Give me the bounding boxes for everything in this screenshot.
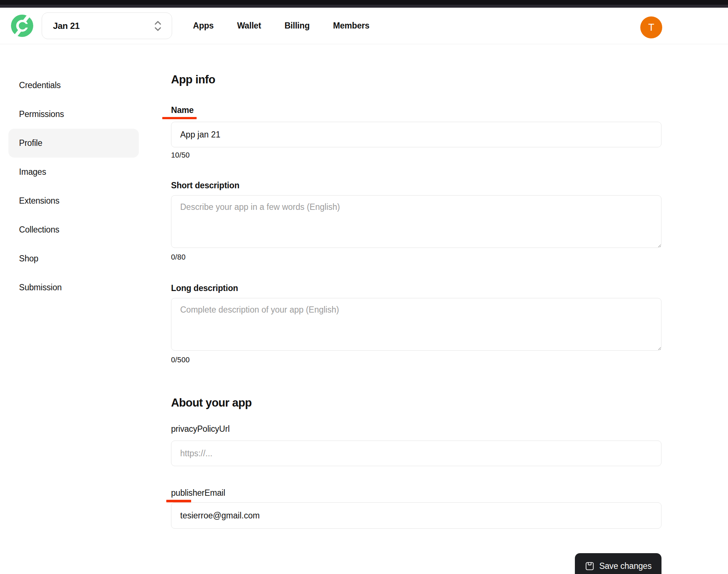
save-floppy-icon (585, 561, 595, 571)
nav-item-members[interactable]: Members (333, 21, 369, 31)
main-content: App info Name 10/50 Short description 0/… (171, 44, 661, 574)
window-top-bar-inner (0, 5, 728, 8)
app-selector-label: Jan 21 (53, 21, 80, 31)
long-description-textarea[interactable] (171, 298, 661, 351)
page-body: Credentials Permissions Profile Images E… (0, 44, 728, 574)
nav-item-wallet[interactable]: Wallet (237, 21, 261, 31)
app-selector-dropdown[interactable]: Jan 21 (42, 12, 172, 39)
privacy-policy-url-input[interactable] (171, 441, 661, 466)
name-red-underline (162, 117, 197, 119)
save-row: Save changes (171, 553, 661, 574)
nav-item-apps[interactable]: Apps (193, 21, 214, 31)
field-long-description: Long description 0/500 (171, 283, 661, 364)
name-label: Name (171, 105, 197, 115)
app-header: Jan 21 Apps Wallet Billing Members T (0, 8, 728, 44)
name-input[interactable] (171, 122, 661, 147)
avatar-initial: T (648, 22, 655, 33)
sidebar-item-images[interactable]: Images (0, 158, 146, 186)
short-description-counter: 0/80 (171, 253, 661, 261)
publisher-email-input[interactable] (171, 502, 661, 529)
section-title-app-info: App info (171, 73, 661, 86)
name-counter: 10/50 (171, 151, 661, 159)
privacy-policy-url-label: privacyPolicyUrl (171, 424, 661, 434)
top-navigation: Apps Wallet Billing Members (193, 21, 369, 31)
sidebar: Credentials Permissions Profile Images E… (0, 44, 146, 574)
short-description-textarea[interactable] (171, 195, 661, 248)
sidebar-item-shop[interactable]: Shop (0, 244, 146, 273)
long-description-counter: 0/500 (171, 356, 661, 364)
window-top-bar (0, 0, 728, 5)
publisher-email-red-underline (166, 500, 191, 502)
publisher-email-label: publisherEmail (171, 488, 225, 498)
sidebar-item-collections[interactable]: Collections (0, 215, 146, 244)
save-changes-button[interactable]: Save changes (575, 553, 661, 574)
section-title-about: About your app (171, 396, 661, 409)
nav-item-billing[interactable]: Billing (284, 21, 310, 31)
field-privacy-policy-url: privacyPolicyUrl (171, 424, 661, 466)
field-publisher-email: publisherEmail (171, 488, 661, 529)
sidebar-item-extensions[interactable]: Extensions (0, 186, 146, 215)
sidebar-item-submission[interactable]: Submission (0, 273, 146, 302)
short-description-label: Short description (171, 181, 661, 190)
save-changes-label: Save changes (599, 561, 652, 571)
field-short-description: Short description 0/80 (171, 181, 661, 261)
sidebar-item-permissions[interactable]: Permissions (0, 100, 146, 129)
chevron-up-down-icon (153, 20, 162, 32)
sidebar-item-credentials[interactable]: Credentials (0, 71, 146, 100)
long-description-label: Long description (171, 283, 661, 293)
sidebar-item-profile[interactable]: Profile (8, 129, 139, 158)
field-name: Name 10/50 (171, 105, 661, 159)
brand-logo-icon (10, 14, 34, 38)
user-avatar[interactable]: T (640, 16, 662, 38)
